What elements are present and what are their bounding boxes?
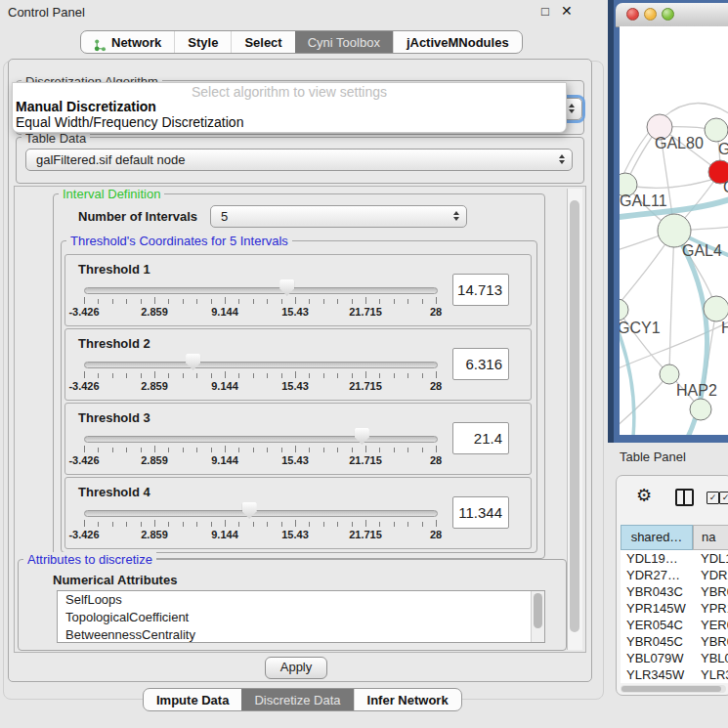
slider-scale-label: -3.426 [68,306,99,318]
table-data-combobox[interactable]: galFiltered.sif default node [25,149,573,171]
tab-network[interactable]: Network [81,31,174,53]
slider-scale-label: 9.144 [211,306,238,318]
tab-jactivemnodules[interactable]: jActiveMNodules [393,31,522,53]
column-header-name[interactable]: na [693,525,728,550]
slider-scale-label: -3.426 [68,380,99,392]
column-header-shared-name[interactable]: shared… [621,525,693,550]
table-row[interactable]: YBR045CYBR0 [621,633,728,650]
checkbox-icon[interactable]: ✓ [707,492,719,504]
threshold-label: Threshold 2 [78,336,150,351]
table-row[interactable]: YDR27…YDR2 [621,567,728,583]
scrollbar-thumb[interactable] [570,200,579,632]
network-node-green[interactable] [704,296,728,321]
slider-tick [225,371,226,378]
slider-tick [225,446,226,452]
node-label-ga: GA [718,141,728,157]
slider-track[interactable] [84,510,438,517]
tab-infer-network[interactable]: Infer Network [354,689,461,710]
scrollbar-thumb[interactable] [534,593,542,628]
float-window-icon[interactable]: □ [541,4,549,19]
table-row[interactable]: YLR345WYLR3 [621,666,728,683]
slider-tick [267,299,268,304]
algorithm-dropdown-popup: Select algorithm to view settings Manual… [12,82,567,133]
close-icon[interactable]: ✕ [561,3,573,19]
checkbox-icon[interactable]: ✓ [719,492,728,504]
slider-tick [168,299,169,304]
slider-tick [295,371,296,378]
network-node-green[interactable] [660,364,679,384]
network-node-green[interactable] [620,299,628,321]
slider-tick [337,448,338,452]
tab-discretize-data[interactable]: Discretize Data [241,689,353,710]
tab-impute-data[interactable]: Impute Data [144,689,241,710]
tab-cyni-toolbox[interactable]: Cyni Toolbox [295,31,393,53]
threshold-value-field[interactable]: 14.713 [452,274,509,306]
cell-shared-name: YDL19… [621,550,693,567]
algorithm-option-manual-discretization[interactable]: Manual Discretization [16,99,156,114]
tab-label: Select [244,31,281,54]
slider-tick [365,371,366,378]
combo-arrows-icon [453,211,459,221]
table-row[interactable]: YBR043CYBR0 [621,583,728,600]
slider-tick [168,448,169,452]
close-traffic-light[interactable] [626,8,639,21]
slider-tick [281,448,282,452]
slider-tick [365,446,366,452]
tab-select[interactable]: Select [231,31,294,53]
list-scrollbar[interactable] [531,591,544,642]
table-row[interactable]: YER054CYER0 [621,617,728,633]
slider-tick [309,448,310,452]
threshold-box: Threshold 1 14.713 -3.4262.8599.14415.43… [64,254,532,326]
attribute-item-betweennesscentrality[interactable]: BetweennessCentrality [58,626,544,643]
slider-scale-label: -3.426 [68,529,99,540]
threshold-label: Threshold 3 [78,410,150,425]
apply-button[interactable]: Apply [265,657,327,679]
tab-style[interactable]: Style [174,31,231,53]
slider-tick [337,373,338,378]
vertical-scrollbar[interactable] [567,189,582,650]
slider-tick [407,299,408,304]
number-of-intervals-combobox[interactable]: 5 [210,205,467,228]
network-edge[interactable] [669,231,674,374]
attribute-item-selfloops[interactable]: SelfLoops [58,591,544,609]
slider-scale-label: 2.859 [141,306,168,318]
table-row[interactable]: YPR145WYPR1 [621,600,728,617]
horizontal-scrollbar[interactable] [621,685,726,693]
slider-tick [211,373,212,378]
slider-tick [379,373,380,378]
slider-track[interactable] [84,436,438,443]
slider-scale-label: 21.715 [349,529,382,540]
slider-scale-label: 9.144 [211,454,238,466]
slider-tick [112,373,113,378]
slider-tick [309,522,310,527]
network-node-green[interactable] [690,399,711,420]
slider-tick [141,448,142,452]
network-canvas[interactable]: GAL80GAGAL11CGAL4GCY1HHAP2 [620,26,728,435]
numerical-attributes-list[interactable]: SelfLoopsTopologicalCoefficientBetweenne… [57,590,545,643]
slider-track[interactable] [84,287,438,294]
columns-icon[interactable] [675,489,694,506]
slider-tick [323,522,324,527]
cell-name: YBR0 [693,583,728,600]
attribute-item-topologicalcoefficient[interactable]: TopologicalCoefficient [58,609,544,626]
slider-track[interactable] [84,362,438,368]
minimize-traffic-light[interactable] [644,8,657,21]
cell-name: YDR2 [693,567,728,583]
slider-tick [295,520,296,527]
cell-name: YPR1 [693,600,728,617]
scrollbar-thumb[interactable] [621,686,721,692]
network-node-green[interactable] [705,118,728,142]
threshold-value-field[interactable]: 11.344 [452,496,509,529]
threshold-value-field[interactable]: 6.316 [452,348,509,380]
slider-tick [141,522,142,527]
table-row[interactable]: YDL19…YDL1 [621,550,728,567]
threshold-value-field[interactable]: 21.4 [452,422,509,454]
algorithm-option-equal-width-frequency-discretization[interactable]: Equal Width/Frequency Discretization [16,114,243,130]
table-row[interactable]: YBL079WYBL0 [621,650,728,666]
slider-tick [98,373,99,378]
zoom-traffic-light[interactable] [662,8,674,21]
gear-icon[interactable]: ⚙ [636,485,652,505]
network-edge[interactable] [620,374,669,429]
slider-tick [168,522,169,527]
slider-tick [84,371,85,378]
